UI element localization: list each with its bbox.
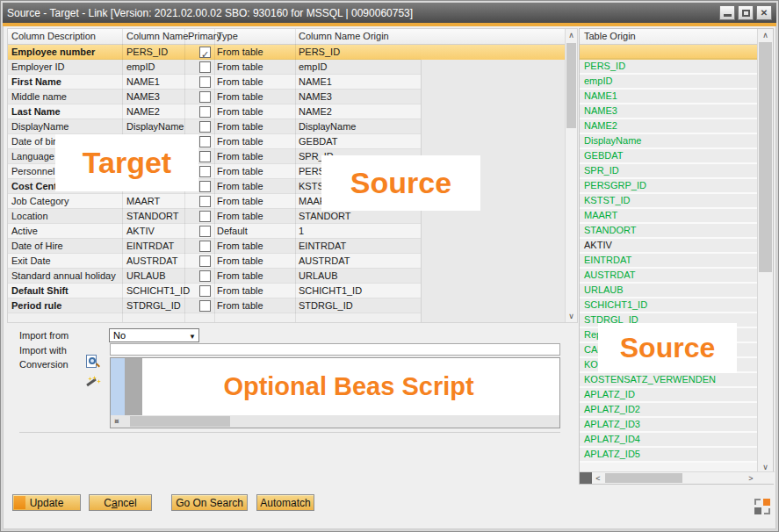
- cancel-button[interactable]: Cancel: [89, 494, 152, 511]
- scrollbar-thumb[interactable]: [759, 42, 772, 272]
- origin-list-item[interactable]: [580, 45, 759, 60]
- primary-checkbox[interactable]: [199, 166, 211, 177]
- primary-checkbox[interactable]: [199, 61, 211, 73]
- primary-checkbox[interactable]: [199, 226, 211, 237]
- primary-checkbox[interactable]: [199, 106, 211, 118]
- automatch-button[interactable]: Automatch: [256, 494, 314, 511]
- maximize-button[interactable]: [738, 5, 754, 20]
- origin-list-item[interactable]: GEBDAT: [580, 149, 759, 164]
- cell-type: From table: [217, 75, 263, 90]
- cell-type: Default: [217, 224, 248, 239]
- origin-list-item[interactable]: APLATZ_ID2: [580, 403, 759, 418]
- primary-checkbox[interactable]: [199, 151, 211, 162]
- update-button[interactable]: Update: [12, 494, 81, 511]
- primary-checkbox[interactable]: [199, 76, 211, 88]
- cell-description: Language: [11, 149, 54, 164]
- primary-checkbox[interactable]: [199, 121, 211, 133]
- primary-checkbox[interactable]: [199, 270, 211, 282]
- table-origin-list: PERS_ID empID NAME1 NAME3 NAME2 DisplayN…: [580, 45, 759, 463]
- minimize-icon: [724, 14, 732, 17]
- scrollbar-thumb[interactable]: [566, 43, 576, 128]
- primary-checkbox[interactable]: [199, 211, 211, 222]
- scrollbar-thumb[interactable]: [130, 416, 230, 427]
- primary-checkbox[interactable]: [199, 300, 211, 312]
- origin-list-item[interactable]: SCHICHT1_ID: [580, 298, 759, 313]
- origin-list-item[interactable]: NAME1: [580, 90, 759, 104]
- cell-column-name: URLAUB: [126, 269, 166, 284]
- primary-checkbox[interactable]: [199, 255, 211, 267]
- primary-checkbox[interactable]: [199, 136, 211, 147]
- resize-grip-icon[interactable]: [754, 499, 770, 514]
- preview-script-button[interactable]: [84, 355, 100, 370]
- origin-list-item[interactable]: APLATZ_ID5: [580, 448, 759, 463]
- origin-list-item[interactable]: DisplayName: [580, 134, 759, 149]
- primary-checkbox[interactable]: [199, 285, 211, 297]
- grip-square-orange: [763, 499, 770, 506]
- origin-list-item[interactable]: AUSTRDAT: [580, 269, 759, 284]
- origin-list-item[interactable]: empID: [580, 75, 759, 90]
- scrollbar-thumb[interactable]: [605, 473, 682, 483]
- origin-list-item[interactable]: PERS_ID: [580, 60, 759, 75]
- cell-type: From table: [217, 298, 263, 313]
- origin-list-item[interactable]: APLATZ_ID4: [580, 433, 759, 448]
- cell-type: From table: [217, 209, 263, 224]
- scrollbar-corner-block: [580, 472, 592, 484]
- cell-column-name: NAME1: [126, 75, 160, 90]
- origin-list-item[interactable]: APLATZ_ID3: [580, 418, 759, 433]
- scroll-up-icon[interactable]: ∧: [758, 29, 773, 41]
- scroll-down-icon[interactable]: ∨: [566, 310, 577, 322]
- scroll-up-icon[interactable]: ∧: [566, 29, 577, 41]
- cell-type: From table: [217, 254, 263, 269]
- title-bar: Source - Target - Link [Version: 2021.02…: [3, 3, 776, 23]
- origin-list-item[interactable]: EINTRDAT: [580, 254, 759, 269]
- minimize-button[interactable]: [719, 5, 735, 20]
- import-from-label: Import from: [19, 330, 69, 341]
- origin-list-item[interactable]: KOSTENSATZ_VERWENDEN: [580, 373, 759, 388]
- cell-column-name: STANDORT: [126, 209, 179, 224]
- cell-type: From table: [217, 179, 263, 194]
- script-wizard-button[interactable]: [85, 376, 101, 392]
- col-header-name[interactable]: Column Name: [126, 29, 188, 44]
- primary-checkbox[interactable]: [199, 181, 211, 192]
- origin-list-item[interactable]: APLATZ_ID: [580, 388, 759, 403]
- origin-list-item[interactable]: AKTIV: [580, 239, 759, 254]
- origin-list-item[interactable]: STANDORT: [580, 224, 759, 239]
- primary-checkbox[interactable]: [199, 196, 211, 207]
- cell-description: Period rule: [11, 298, 61, 313]
- close-button[interactable]: ✕: [756, 5, 772, 20]
- col-header-type[interactable]: Type: [217, 29, 238, 44]
- origin-horizontal-scrollbar[interactable]: < >: [580, 471, 775, 484]
- origin-list-item[interactable]: NAME3: [580, 104, 759, 119]
- go-on-search-button[interactable]: Go On Search: [171, 494, 248, 511]
- import-with-input[interactable]: [110, 343, 560, 356]
- col-header-origin[interactable]: Column Name Origin: [299, 29, 389, 44]
- origin-vertical-scrollbar[interactable]: ∧ ∨: [757, 29, 773, 473]
- window-title: Source - Target - Link [Version: 2021.02…: [7, 7, 717, 19]
- editor-horizontal-scrollbar[interactable]: < >: [111, 415, 559, 428]
- primary-checkbox[interactable]: [199, 91, 211, 103]
- scroll-left-icon[interactable]: <: [592, 472, 604, 484]
- cell-origin: STDRGL_ID: [299, 298, 353, 313]
- cell-origin: NAME3: [299, 90, 332, 104]
- table-origin-header[interactable]: Table Origin: [580, 29, 773, 45]
- cell-type: From table: [217, 45, 263, 60]
- col-header-description[interactable]: Column Description: [11, 29, 96, 44]
- cell-column-name: NAME3: [126, 90, 160, 104]
- cell-column-name: MAART: [126, 194, 160, 209]
- origin-list-item[interactable]: SPR_ID: [580, 164, 759, 179]
- origin-list-item[interactable]: PERSGRP_ID: [580, 179, 759, 194]
- cell-type: From table: [217, 119, 263, 134]
- grid-vertical-scrollbar[interactable]: ∧ ∨: [565, 29, 577, 322]
- scroll-right-icon[interactable]: >: [111, 415, 123, 428]
- origin-list-item[interactable]: KSTST_ID: [580, 194, 759, 209]
- cell-description: Employee number: [11, 45, 95, 60]
- origin-list-item[interactable]: URLAUB: [580, 284, 759, 298]
- origin-list-item[interactable]: NAME2: [580, 119, 759, 134]
- import-from-select[interactable]: No ▼: [109, 328, 199, 342]
- cell-origin: 1: [299, 224, 304, 239]
- primary-checkbox[interactable]: [199, 241, 211, 252]
- origin-list-item[interactable]: MAART: [580, 209, 759, 224]
- primary-checkbox[interactable]: [199, 47, 211, 58]
- cell-type: From table: [217, 149, 263, 164]
- scroll-right-icon[interactable]: >: [745, 472, 757, 484]
